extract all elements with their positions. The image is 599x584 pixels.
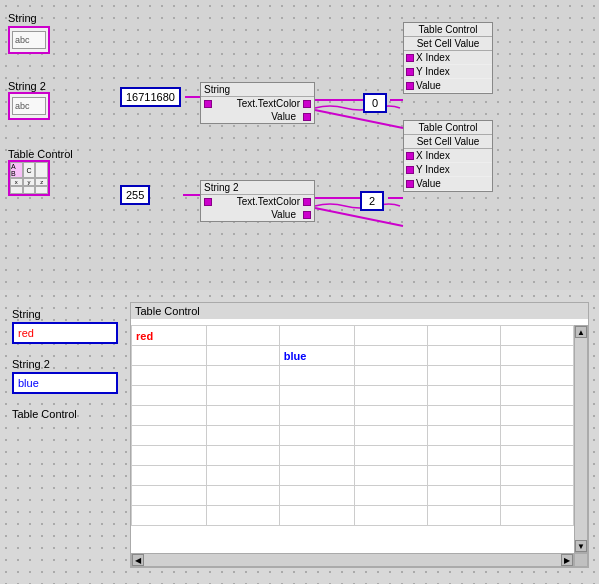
table-container: red blue [131, 325, 574, 553]
port-value-in-2 [406, 180, 414, 188]
table-cell-0-3[interactable] [354, 326, 427, 346]
table-cell-1-4[interactable] [427, 346, 500, 366]
table-cell-5-4[interactable] [427, 426, 500, 446]
table-cell-7-3[interactable] [354, 466, 427, 486]
table-cell-9-3[interactable] [354, 506, 427, 526]
set-cell-1-value: Value [404, 79, 492, 93]
scroll-left-btn[interactable]: ◀ [132, 554, 144, 566]
table-cell-4-3[interactable] [354, 406, 427, 426]
table-cell-7-1[interactable] [206, 466, 279, 486]
table-cell-4-4[interactable] [427, 406, 500, 426]
table-cell-5-5[interactable] [500, 426, 573, 446]
table-cell-8-2[interactable] [279, 486, 354, 506]
table-cell-6-4[interactable] [427, 446, 500, 466]
string2-box-inner: abc [12, 97, 46, 115]
table-cell-4-0[interactable] [132, 406, 207, 426]
data-table: red blue [131, 325, 574, 526]
panel-string2-label: String 2 [12, 358, 50, 370]
table-cell-8-4[interactable] [427, 486, 500, 506]
table-cell-1-2[interactable]: blue [279, 346, 354, 366]
yindex-label-1: Y Index [416, 66, 490, 77]
table-cell-2-4[interactable] [427, 366, 500, 386]
set-cell-block-1: Table Control Set Cell Value X Index Y I… [403, 22, 493, 94]
table-cell-8-1[interactable] [206, 486, 279, 506]
table-cell-7-4[interactable] [427, 466, 500, 486]
xindex-label-2: X Index [416, 150, 490, 161]
table-cell-6-2[interactable] [279, 446, 354, 466]
table-cell-4-2[interactable] [279, 406, 354, 426]
svg-line-3 [315, 110, 403, 128]
string-label: String [8, 12, 50, 24]
table-cell-0-2[interactable] [279, 326, 354, 346]
table-cell-3-0[interactable] [132, 386, 207, 406]
table-cell-9-2[interactable] [279, 506, 354, 526]
set-cell-1-xindex: X Index [404, 51, 492, 65]
table-cell-6-0[interactable] [132, 446, 207, 466]
table-cell-9-4[interactable] [427, 506, 500, 526]
tc-cell-7 [10, 186, 23, 194]
table-cell-0-1[interactable] [206, 326, 279, 346]
scroll-up-btn[interactable]: ▲ [575, 326, 587, 338]
table-cell-4-5[interactable] [500, 406, 573, 426]
scrollbar-vertical[interactable]: ▲ ▼ [574, 325, 588, 553]
scroll-down-btn[interactable]: ▼ [575, 540, 587, 552]
scroll-corner [574, 553, 588, 567]
value1-box: 16711680 [120, 87, 181, 107]
table-cell-6-5[interactable] [500, 446, 573, 466]
scroll-right-btn[interactable]: ▶ [561, 554, 573, 566]
scrollbar-horizontal[interactable]: ◀ ▶ [131, 553, 574, 567]
table-cell-8-5[interactable] [500, 486, 573, 506]
table-cell-7-2[interactable] [279, 466, 354, 486]
table-cell-9-0[interactable] [132, 506, 207, 526]
table-cell-1-1[interactable] [206, 346, 279, 366]
value-label-1: Value [416, 80, 490, 91]
port-yindex-in-2 [406, 166, 414, 174]
string-node: String abc [8, 12, 50, 54]
table-row [132, 506, 574, 526]
panel-string2-input[interactable]: blue [12, 372, 118, 394]
text-block-2-row1: Text.TextColor [201, 195, 314, 208]
table-cell-0-4[interactable] [427, 326, 500, 346]
table-cell-5-3[interactable] [354, 426, 427, 446]
table-cell-2-3[interactable] [354, 366, 427, 386]
table-cell-2-2[interactable] [279, 366, 354, 386]
table-cell-1-3[interactable] [354, 346, 427, 366]
table-row: red [132, 326, 574, 346]
table-cell-3-4[interactable] [427, 386, 500, 406]
table-cell-3-3[interactable] [354, 386, 427, 406]
port-out-value-2 [303, 211, 311, 219]
table-cell-6-1[interactable] [206, 446, 279, 466]
set-cell-block-2: Table Control Set Cell Value X Index Y I… [403, 120, 493, 192]
wire-layer [0, 0, 599, 290]
panel-string-input[interactable]: red [12, 322, 118, 344]
set-cell-2-sub: Set Cell Value [404, 135, 492, 149]
table-cell-1-5[interactable] [500, 346, 573, 366]
text-block-2-label2: Value [204, 209, 300, 220]
table-cell-0-5[interactable] [500, 326, 573, 346]
table-cell-2-1[interactable] [206, 366, 279, 386]
table-cell-0-0[interactable]: red [132, 326, 207, 346]
table-cell-2-5[interactable] [500, 366, 573, 386]
table-cell-3-5[interactable] [500, 386, 573, 406]
table-cell-1-0[interactable] [132, 346, 207, 366]
num2-text: 2 [369, 195, 375, 207]
tc-cell-9 [35, 186, 48, 194]
table-cell-4-1[interactable] [206, 406, 279, 426]
table-cell-2-0[interactable] [132, 366, 207, 386]
table-cell-9-1[interactable] [206, 506, 279, 526]
table-cell-7-5[interactable] [500, 466, 573, 486]
table-cell-3-1[interactable] [206, 386, 279, 406]
table-cell-8-0[interactable] [132, 486, 207, 506]
table-cell-7-0[interactable] [132, 466, 207, 486]
string2-node: String 2 abc [8, 80, 50, 120]
table-cell-9-5[interactable] [500, 506, 573, 526]
table-cell-6-3[interactable] [354, 446, 427, 466]
table-cell-8-3[interactable] [354, 486, 427, 506]
cell-blue-text: blue [284, 350, 307, 362]
table-cell-3-2[interactable] [279, 386, 354, 406]
text-block-1: String Text.TextColor Value [200, 82, 315, 124]
table-cell-5-2[interactable] [279, 426, 354, 446]
table-cell-5-0[interactable] [132, 426, 207, 446]
string-abc: abc [13, 35, 30, 45]
table-cell-5-1[interactable] [206, 426, 279, 446]
